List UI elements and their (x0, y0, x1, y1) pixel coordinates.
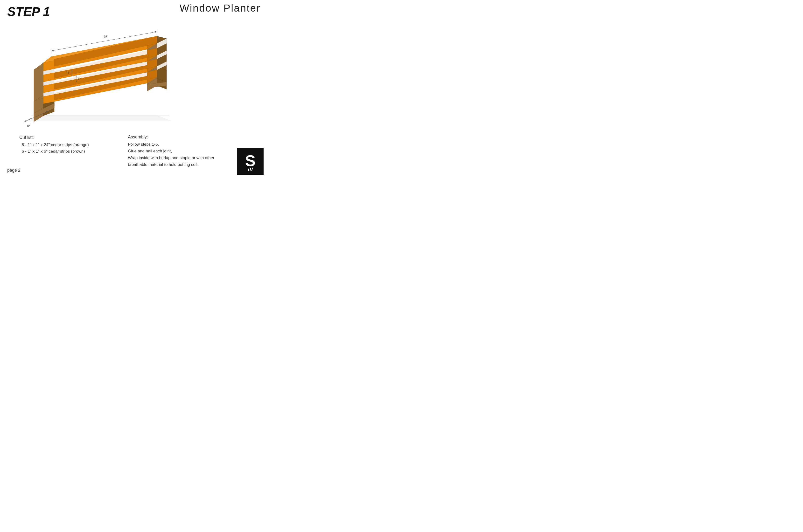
width-dimension: 24" (103, 34, 109, 39)
logo-line-2 (250, 168, 251, 171)
diagram-area: .orange-face { fill: #E8870A; stroke: #c… (7, 15, 188, 140)
depth-dimension: 6" (27, 125, 30, 128)
planter-diagram: .orange-face { fill: #E8870A; stroke: #c… (12, 15, 186, 133)
page-title: Window Planter (180, 2, 261, 14)
logo-box: S (237, 148, 263, 175)
assembly-title: Assembly: (128, 135, 253, 140)
assembly-item-2: Glue and nail each joint, (128, 148, 253, 155)
cut-list-title: Cut list: (19, 135, 140, 140)
page-number: page 2 (7, 168, 20, 173)
assembly-area: Assembly: Follow steps 1-5, Glue and nai… (128, 135, 253, 168)
logo-decoration (248, 168, 253, 171)
svg-text:"1": "1" (66, 71, 71, 75)
logo-letter: S (245, 153, 256, 169)
assembly-item-1: Follow steps 1-5, (128, 141, 253, 148)
logo-line-1 (248, 168, 250, 171)
svg-marker-1 (26, 115, 171, 120)
cut-list-area: Cut list: 8 - 1" x 1" x 24" cedar strips… (19, 135, 140, 155)
svg-text:1": 1" (78, 77, 80, 80)
assembly-item-3: Wrap inside with burlap and staple or wi… (128, 155, 253, 162)
assembly-item-4: breathable material to hold potting soil… (128, 162, 253, 168)
cut-list-item-2: 6 - 1" x 1" x 6" cedar strips (brown) (22, 148, 140, 155)
cut-list-item-1: 8 - 1" x 1" x 24" cedar strips (orange) (22, 141, 140, 148)
